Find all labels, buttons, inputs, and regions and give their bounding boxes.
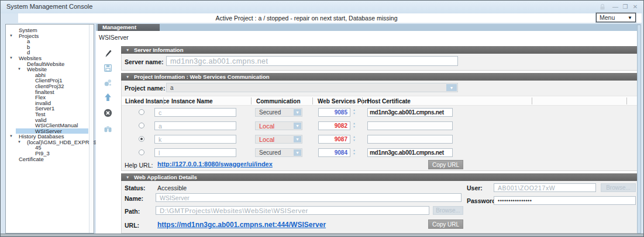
web-services-port-field[interactable]: 9084 <box>318 148 350 157</box>
upload-icon[interactable] <box>104 93 112 102</box>
tree-item-local-gms-hdb-express[interactable]: (local)\GMS_HDB_EXPRESS <box>6 140 88 145</box>
menu-dropdown[interactable]: Menu ▼ <box>596 13 636 22</box>
section-header-web-application-details[interactable]: Web Application Details <box>121 173 638 181</box>
host-certificate-field[interactable] <box>367 135 453 144</box>
host-certificate-field[interactable]: md1nn3gc.ab001.cmpns.net <box>367 108 453 117</box>
active-project-status: Active Project : a / stopped - repair on… <box>18 15 595 22</box>
project-name-label: Project name: <box>125 85 165 92</box>
tree-scrollbar[interactable] <box>89 25 94 233</box>
communication-dropdown[interactable]: Secured ▼ <box>255 108 302 117</box>
section-header-project-information[interactable]: Project Information : Web Services Commu… <box>121 73 638 81</box>
linked-instance-radio[interactable] <box>139 109 144 115</box>
web-services-port-field[interactable]: 9087 <box>318 135 350 144</box>
url-label: URL: <box>125 222 139 229</box>
web-services-port-field[interactable]: 9085 <box>318 108 350 117</box>
communication-dropdown[interactable]: Local ▼ <box>255 121 302 130</box>
instance-table-header: Linked Instance Instance Name Communicat… <box>122 96 638 106</box>
tree-item-test[interactable]: Test <box>6 111 88 117</box>
tree-item-defaultwebsite[interactable]: DefaultWebsite <box>6 61 88 67</box>
user-label: User: <box>467 184 483 191</box>
column-divider <box>362 97 363 104</box>
linked-instance-radio[interactable] <box>139 149 144 155</box>
browse-user-button[interactable]: Browse... <box>601 183 636 192</box>
column-divider <box>626 97 627 104</box>
instance-name-field[interactable]: a <box>154 121 236 130</box>
content-scrollbar[interactable] <box>637 25 641 233</box>
server-name-field[interactable]: md1nn3gc.ab001.cmpns.net <box>166 56 458 66</box>
port-spinner[interactable]: ▲▼ <box>352 148 357 157</box>
web-services-port-field[interactable]: 9082 <box>318 121 350 130</box>
tab-strip: Management <box>96 24 640 31</box>
column-divider <box>532 97 532 104</box>
column-divider <box>163 97 164 104</box>
status-value: Accessible <box>157 184 187 191</box>
project-name-dropdown[interactable]: a ▼ <box>166 83 458 92</box>
app-window: System Management Console — ❐ ✕ Active P… <box>0 0 644 237</box>
linked-instance-radio[interactable] <box>139 123 144 128</box>
chevron-down-icon: ▼ <box>628 15 632 20</box>
col-communication: Communication <box>256 98 301 104</box>
col-instance-name: Instance Name <box>171 98 213 104</box>
user-field[interactable]: AB001\ZOO217xW <box>494 183 596 192</box>
web-app-url-link[interactable]: https://md1nn3gc.ab001.cmpns.net:444/WSI… <box>157 221 326 229</box>
path-label: Path: <box>125 208 140 215</box>
instance-name-field[interactable]: c <box>154 108 236 117</box>
col-web-services-port: Web Services Port <box>318 98 369 104</box>
chevron-down-icon[interactable]: ▼ <box>294 136 301 142</box>
menu-label: Menu <box>600 14 615 21</box>
port-spinner[interactable]: ▲▼ <box>352 135 357 144</box>
host-certificate-field[interactable]: md1nn3gc.ab001.cmpns.net <box>367 148 453 157</box>
instance-name-field[interactable]: k <box>154 135 236 144</box>
lock-icon <box>598 3 607 11</box>
tree-item-b[interactable]: b <box>6 44 88 50</box>
tree-item-projects[interactable]: Projects <box>6 33 88 39</box>
col-host-certificate: Host Certificate <box>367 98 411 104</box>
window-bottom-frame <box>1 233 643 236</box>
status-strip: Active Project : a / stopped - repair on… <box>18 13 642 23</box>
tree-item-finaltest[interactable]: finaltest <box>6 89 88 95</box>
browse-path-button[interactable]: Browse... <box>433 206 463 215</box>
status-label: Status: <box>125 184 146 191</box>
tree-item-a[interactable]: a <box>6 39 88 44</box>
password-field[interactable]: •••••••••••••••• <box>494 196 636 205</box>
tree-item-certificate[interactable]: Certificate <box>6 156 88 162</box>
linked-instance-radio-selected[interactable] <box>139 136 144 142</box>
tab-management[interactable]: Management <box>98 24 160 31</box>
tree-item-website[interactable]: Website <box>6 67 88 72</box>
tree-items: System Projects a b d Websites DefaultWe… <box>6 27 88 162</box>
title-bar: System Management Console — ❐ ✕ <box>1 1 643 13</box>
column-divider <box>312 97 313 104</box>
chevron-down-icon[interactable]: ▼ <box>294 123 301 129</box>
communication-dropdown[interactable]: Local ▼ <box>255 135 302 144</box>
port-spinner[interactable]: ▲▼ <box>352 121 357 130</box>
search-icon[interactable] <box>104 124 112 133</box>
minimize-icon[interactable]: — <box>611 4 619 11</box>
save-icon[interactable] <box>104 64 112 72</box>
page-title: WSIServer <box>99 34 129 41</box>
section-header-server-information[interactable]: Server Information <box>121 46 638 54</box>
maximize-icon[interactable]: ❐ <box>621 4 629 11</box>
navigation-tree: System Projects a b d Websites DefaultWe… <box>5 24 94 233</box>
name-label: Name: <box>125 195 143 202</box>
chevron-down-icon[interactable]: ▼ <box>294 109 301 116</box>
copy-help-url-button[interactable]: Copy URL <box>428 160 463 169</box>
server-name-label: Server name: <box>125 58 164 65</box>
host-certificate-field[interactable] <box>367 121 453 130</box>
delete-icon[interactable] <box>104 109 112 117</box>
port-spinner[interactable]: ▲▼ <box>352 108 357 117</box>
communication-dropdown[interactable]: Secured ▼ <box>255 148 302 157</box>
name-field[interactable]: WSIServer <box>156 193 462 202</box>
help-url-label: Help URL: <box>125 162 153 169</box>
column-divider <box>251 97 252 104</box>
copy-web-url-button[interactable]: Copy URL <box>428 219 463 229</box>
chevron-down-icon[interactable]: ▼ <box>446 84 457 91</box>
edit-icon[interactable] <box>104 49 112 58</box>
window-title: System Management Console <box>6 3 92 10</box>
instances-icon[interactable] <box>104 78 112 87</box>
help-url-link[interactable]: http://127.0.0.1:8080/swagger/ui/index <box>157 161 273 168</box>
path-field[interactable]: D:\GMTProjects\Websites\WebSite\WSIServe… <box>156 206 429 215</box>
chevron-down-icon[interactable]: ▼ <box>294 149 301 156</box>
tree-item-server1[interactable]: Server1 <box>6 106 88 111</box>
instance-name-field[interactable]: l <box>154 148 236 157</box>
close-icon[interactable]: ✕ <box>631 4 639 11</box>
